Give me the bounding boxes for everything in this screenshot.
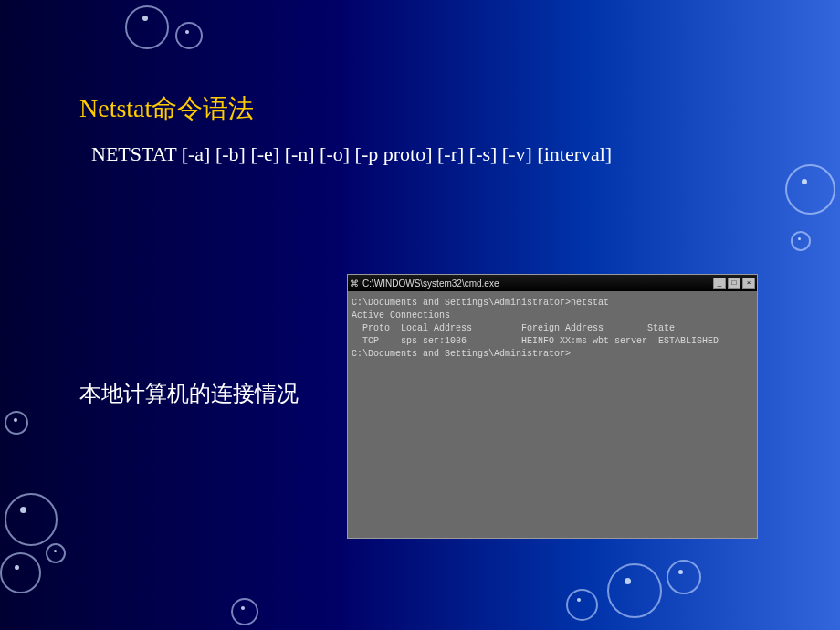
bubble-decoration [607, 563, 662, 618]
bubble-decoration [0, 552, 41, 593]
slide-title: Netstat命令语法 [79, 91, 254, 126]
bubble-decoration [566, 589, 598, 621]
close-button[interactable]: × [742, 278, 755, 289]
maximize-button[interactable]: □ [728, 278, 740, 289]
cmd-title: C:\WINDOWS\system32\cmd.exe [362, 278, 713, 289]
cmd-line: Active Connections [352, 310, 753, 322]
window-controls: _ □ × [713, 278, 755, 289]
description-label: 本地计算机的连接情况 [79, 379, 299, 408]
cmd-line: C:\Documents and Settings\Administrator> [352, 348, 753, 361]
bubble-decoration [46, 543, 66, 563]
cmd-line: C:\Documents and Settings\Administrator>… [352, 297, 753, 310]
bubble-decoration [5, 493, 58, 546]
cmd-line: Proto Local Address Foreign Address Stat… [352, 322, 753, 335]
command-syntax: NETSTAT [-a] [-b] [-e] [-n] [-o] [-p pro… [91, 142, 612, 166]
minimize-button[interactable]: _ [713, 278, 726, 289]
cmd-titlebar: ⌘ C:\WINDOWS\system32\cmd.exe _ □ × [348, 275, 757, 291]
cmd-window: ⌘ C:\WINDOWS\system32\cmd.exe _ □ × C:\D… [347, 274, 758, 539]
bubble-decoration [785, 164, 835, 215]
bubble-decoration [5, 411, 28, 435]
bubble-decoration [125, 5, 169, 49]
cmd-output: C:\Documents and Settings\Administrator>… [348, 291, 757, 366]
cmd-icon: ⌘ [350, 278, 359, 289]
bubble-decoration [667, 560, 701, 594]
bubble-decoration [231, 598, 258, 625]
cmd-line: TCP sps-ser:1086 HEINFO-XX:ms-wbt-server… [352, 335, 753, 348]
bubble-decoration [791, 231, 811, 251]
bubble-decoration [175, 22, 203, 49]
